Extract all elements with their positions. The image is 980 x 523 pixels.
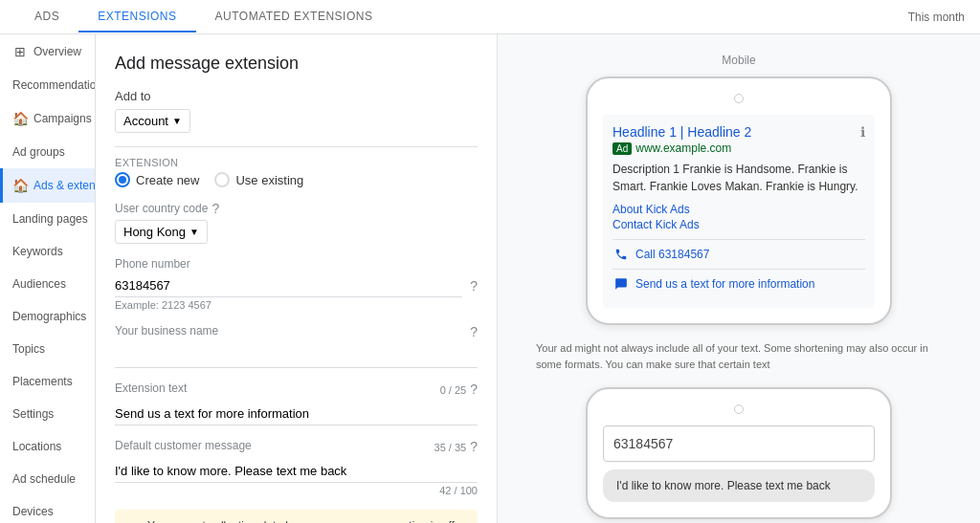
chevron-down-icon: ▼: [172, 116, 182, 126]
message-icon: [612, 275, 630, 293]
ad-domain-row: Ad www.example.com: [612, 142, 865, 155]
date-range: This month: [908, 11, 965, 24]
ad-sitelinks: About Kick Ads Contact Kick Ads: [612, 203, 865, 231]
tab-ads[interactable]: ADS: [15, 2, 78, 33]
ad-card: Headline 1 | Headline 2 ℹ Ad www.example…: [603, 115, 875, 308]
ad-description: Description 1 Frankie is Handsome. Frank…: [612, 161, 865, 195]
sidebar-item-recommendations[interactable]: Recommendations: [0, 69, 95, 101]
create-new-label: Create new: [136, 173, 199, 187]
create-new-option[interactable]: Create new: [115, 172, 199, 187]
sidebar-item-devices[interactable]: Devices: [0, 495, 95, 523]
form-title: Add message extension: [115, 54, 478, 74]
overview-icon: ⊞: [12, 44, 28, 59]
sidebar: ⊞ Overview Recommendations 🏠 Campaigns A…: [0, 34, 96, 523]
use-existing-option[interactable]: Use existing: [214, 172, 303, 187]
ad-badge: Ad: [612, 142, 632, 155]
phone-icon: [612, 246, 630, 263]
sidebar-item-topics[interactable]: Topics: [0, 333, 95, 365]
mobile-frame-1: Headline 1 | Headline 2 ℹ Ad www.example…: [586, 76, 892, 325]
create-new-radio[interactable]: [115, 172, 130, 187]
country-code-row: User country code ? Hong Kong ▼: [115, 201, 478, 244]
extension-text-label: Extension text: [115, 381, 187, 395]
ad-headline: Headline 1 | Headline 2: [612, 124, 751, 140]
total-char-count: 42 / 100: [115, 485, 478, 496]
sms-message-bubble: I'd like to know more. Please text me ba…: [603, 469, 875, 502]
warning-text: You are not collecting data because mess…: [147, 519, 466, 523]
preview-mobile-label: Mobile: [526, 54, 951, 67]
default-message-label: Default customer message: [115, 439, 252, 452]
default-message-help-icon[interactable]: ?: [470, 439, 478, 454]
top-nav: ADS EXTENSIONS AUTOMATED EXTENSIONS This…: [0, 0, 980, 34]
sidebar-item-landing-pages[interactable]: Landing pages: [0, 203, 95, 235]
campaigns-icon: 🏠: [12, 111, 28, 126]
add-to-dropdown[interactable]: Account ▼: [115, 109, 190, 133]
sitelink-2[interactable]: Contact Kick Ads: [612, 218, 865, 231]
content-area: Add message extension Add to Account ▼ E…: [96, 34, 980, 523]
phone-hint: Example: 2123 4567: [115, 299, 478, 311]
sidebar-item-settings[interactable]: Settings: [0, 398, 95, 430]
form-panel: Add message extension Add to Account ▼ E…: [96, 34, 498, 523]
message-extension-row: Send us a text for more information: [612, 269, 865, 298]
phone-number-row: Phone number ? Example: 2123 4567: [115, 257, 478, 311]
ad-domain: www.example.com: [635, 142, 731, 155]
country-dropdown[interactable]: Hong Kong ▼: [115, 220, 208, 244]
add-to-value: Account: [123, 114, 168, 128]
phone-help-icon[interactable]: ?: [470, 278, 478, 294]
sms-phone-field: 63184567: [603, 425, 875, 462]
top-nav-tabs: ADS EXTENSIONS AUTOMATED EXTENSIONS: [15, 2, 391, 33]
sidebar-item-demographics[interactable]: Demographics: [0, 300, 95, 333]
country-help-icon[interactable]: ?: [212, 201, 219, 216]
sidebar-item-audiences[interactable]: Audiences: [0, 268, 95, 300]
use-existing-radio[interactable]: [214, 172, 230, 187]
warning-box: ⚠ You are not collecting data because me…: [115, 510, 478, 523]
ads-extensions-icon: 🏠: [12, 178, 28, 193]
sidebar-item-keywords[interactable]: Keywords: [0, 235, 95, 268]
camera-dot: [734, 94, 744, 103]
tab-automated-extensions[interactable]: AUTOMATED EXTENSIONS: [196, 2, 392, 33]
use-existing-label: Use existing: [235, 173, 303, 187]
camera-dot-2: [734, 404, 744, 414]
extension-label: Extension: [115, 157, 478, 168]
phone-number-label: Phone number: [115, 257, 478, 271]
message-extension-text: Send us a text for more information: [635, 277, 814, 291]
phone-number-input[interactable]: [115, 274, 462, 297]
divider-1: [115, 146, 478, 147]
extension-text-help-icon[interactable]: ?: [470, 381, 478, 397]
ad-info-icon: ℹ: [860, 124, 865, 140]
business-help-icon[interactable]: ?: [470, 324, 478, 339]
country-code-label: User country code ?: [115, 201, 478, 216]
default-message-row: Default customer message 35 / 35 ? 42 / …: [115, 439, 478, 496]
mobile-frame-2: 63184567 I'd like to know more. Please t…: [586, 387, 892, 519]
country-value: Hong Kong: [123, 225, 186, 239]
extension-row: Extension Create new Use existing: [115, 157, 478, 187]
add-to-label: Add to: [115, 89, 478, 103]
extension-text-row: Extension text 0 / 25 ?: [115, 381, 478, 425]
sidebar-item-ad-groups[interactable]: Ad groups: [0, 136, 95, 168]
main-layout: ⊞ Overview Recommendations 🏠 Campaigns A…: [0, 34, 980, 523]
call-extension-text: Call 63184567: [635, 248, 709, 261]
preview-panel: Mobile Headline 1 | Headline 2 ℹ Ad www.…: [498, 34, 980, 523]
country-chevron-icon: ▼: [189, 227, 199, 237]
extension-text-count: 0 / 25: [440, 384, 467, 396]
add-to-row: Add to Account ▼: [115, 89, 478, 133]
sidebar-item-ad-schedule[interactable]: Ad schedule: [0, 463, 95, 495]
sidebar-item-locations[interactable]: Locations: [0, 430, 95, 463]
extension-radio-group: Create new Use existing: [115, 172, 478, 187]
business-name-label: Your business name: [115, 324, 218, 338]
extension-text-input[interactable]: [115, 403, 478, 425]
default-message-count: 35 / 35: [434, 442, 467, 453]
sidebar-item-ads-extensions[interactable]: 🏠 Ads & extensions: [0, 168, 95, 203]
sidebar-item-overview[interactable]: ⊞ Overview: [0, 34, 95, 69]
default-message-input[interactable]: [115, 460, 478, 483]
business-name-row: Your business name ?: [115, 324, 478, 368]
tab-extensions[interactable]: EXTENSIONS: [78, 2, 195, 33]
sidebar-item-campaigns[interactable]: 🏠 Campaigns: [0, 101, 95, 136]
business-name-input[interactable]: [115, 345, 478, 368]
sitelink-1[interactable]: About Kick Ads: [612, 203, 865, 216]
call-extension-row: Call 63184567: [612, 239, 865, 269]
preview-note: Your ad might not always include all of …: [526, 340, 951, 372]
sidebar-item-placements[interactable]: Placements: [0, 365, 95, 398]
